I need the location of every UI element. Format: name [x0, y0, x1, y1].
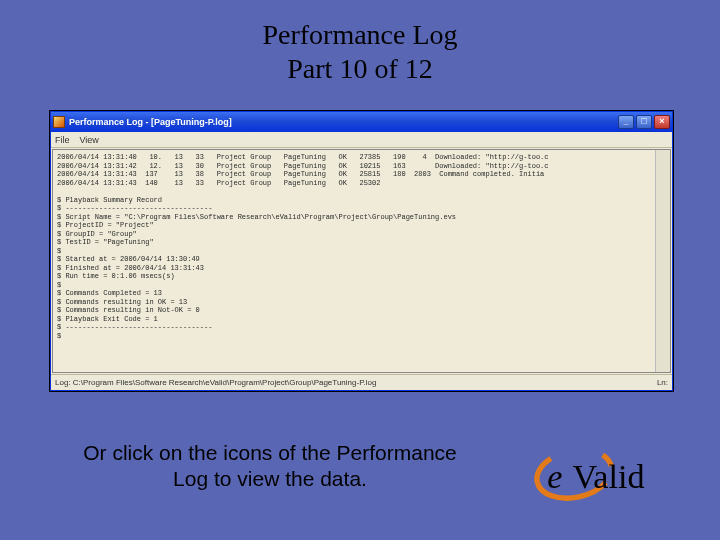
menu-view[interactable]: View	[80, 135, 99, 145]
window-title: Performance Log - [PageTuning-P.log]	[69, 117, 618, 127]
slide-title: Performance Log Part 10 of 12	[0, 0, 720, 85]
maximize-button[interactable]: □	[636, 115, 652, 129]
summary-line: $ Commands resulting in Not-OK = 0	[57, 306, 666, 315]
titlebar[interactable]: Performance Log - [PageTuning-P.log] _ □…	[51, 112, 672, 132]
summary-line: $ ProjectID = "Project"	[57, 221, 666, 230]
summary-header: $ Playback Summary Record	[57, 196, 666, 205]
window-controls: _ □ ×	[618, 115, 670, 129]
status-path: Log: C:\Program Files\Software Research\…	[55, 378, 376, 387]
menu-file[interactable]: File	[55, 135, 70, 145]
summary-line: $	[57, 247, 666, 256]
summary-line: $ Finished at = 2006/04/14 13:31:43	[57, 264, 666, 273]
summary-line: $ Started at = 2006/04/14 13:30:49	[57, 255, 666, 264]
summary-line: $ Commands Completed = 13	[57, 289, 666, 298]
summary-line: $ Run time = 0:1.06 msecs(s)	[57, 272, 666, 281]
table-row: 2006/04/14 13:31:43 137 13 38 Project Gr…	[57, 170, 666, 179]
summary-sep: $ -----------------------------------	[57, 204, 666, 213]
title-line-1: Performance Log	[0, 18, 720, 52]
summary-line: $ Commands resulting in OK = 13	[57, 298, 666, 307]
summary-line: $	[57, 281, 666, 290]
app-icon	[53, 116, 65, 128]
title-line-2: Part 10 of 12	[0, 52, 720, 86]
status-right: Ln:	[657, 378, 668, 387]
close-button[interactable]: ×	[654, 115, 670, 129]
menubar: File View	[51, 132, 672, 148]
summary-sep: $ -----------------------------------	[57, 323, 666, 332]
performance-log-window: Performance Log - [PageTuning-P.log] _ □…	[50, 111, 673, 391]
svg-text:Valid: Valid	[572, 458, 644, 495]
summary-line: $ Playback Exit Code = 1	[57, 315, 666, 324]
svg-text:e: e	[547, 458, 562, 495]
table-row: 2006/04/14 13:31:43 140 13 33 Project Gr…	[57, 179, 666, 188]
table-row: 2006/04/14 13:31:42 12. 13 30 Project Gr…	[57, 162, 666, 171]
summary-line: $	[57, 332, 666, 341]
table-row: 2006/04/14 13:31:40 10. 13 33 Project Gr…	[57, 153, 666, 162]
evalid-logo: e Valid	[530, 438, 685, 510]
statusbar: Log: C:\Program Files\Software Research\…	[51, 374, 672, 390]
summary-line: $ Script Name = "C:\Program Files\Softwa…	[57, 213, 666, 222]
log-content[interactable]: 2006/04/14 13:31:40 10. 13 33 Project Gr…	[52, 149, 671, 373]
summary-line: $ GroupID = "Group"	[57, 230, 666, 239]
slide-caption: Or click on the icons of the Performance…	[80, 440, 460, 493]
minimize-button[interactable]: _	[618, 115, 634, 129]
summary-line: $ TestID = "PageTuning"	[57, 238, 666, 247]
